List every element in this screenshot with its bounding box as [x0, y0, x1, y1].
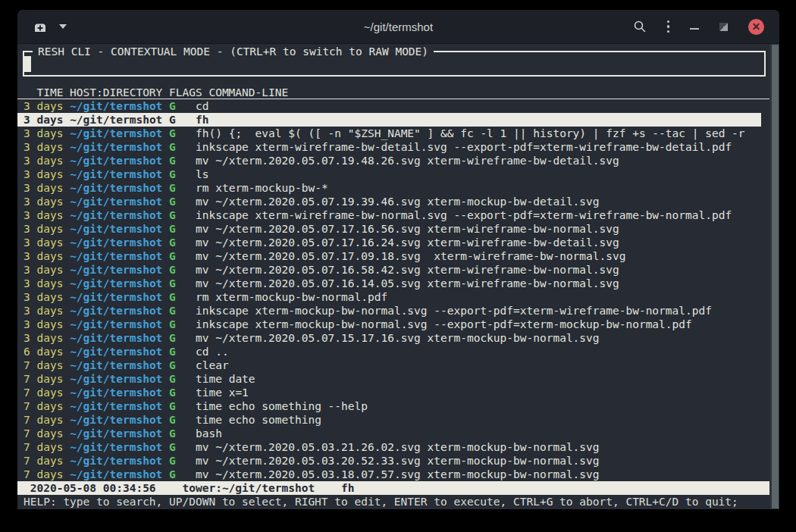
row-flags: G — [169, 114, 176, 126]
history-row[interactable]: 7 days ~/git/termshot G clear — [17, 358, 769, 372]
minimize-button[interactable] — [690, 28, 699, 30]
history-row[interactable]: 3 days ~/git/termshot G inkscape xterm-m… — [17, 304, 769, 318]
history-row[interactable]: 7 days ~/git/termshot G time echo someth… — [17, 399, 769, 413]
history-row[interactable]: 3 days ~/git/termshot G mv ~/xterm.2020.… — [17, 236, 769, 249]
history-row[interactable]: 3 days ~/git/termshot G mv ~/xterm.2020.… — [17, 249, 769, 263]
row-flags: G — [169, 209, 176, 221]
history-row[interactable]: 3 days ~/git/termshot G rm xterm-mockup-… — [17, 181, 769, 195]
row-time: 3 days — [24, 250, 63, 262]
history-row[interactable]: 3 days ~/git/termshot G ls — [17, 167, 769, 181]
row-command: inkscape xterm-wireframe-bw-normal.svg -… — [196, 209, 732, 221]
history-row[interactable]: 3 days ~/git/termshot G inkscape xterm-w… — [17, 208, 769, 222]
row-directory: ~/git/termshot — [70, 264, 162, 276]
history-row[interactable]: 3 days ~/git/termshot G inkscape xterm-w… — [17, 140, 769, 154]
row-time: 3 days — [24, 209, 63, 221]
row-flags: G — [169, 100, 176, 112]
history-row[interactable]: 3 days ~/git/termshot G mv ~/xterm.2020.… — [17, 222, 769, 236]
row-time: 6 days — [24, 346, 63, 358]
row-time: 7 days — [24, 359, 63, 371]
row-time: 3 days — [24, 168, 63, 180]
row-flags: G — [169, 127, 176, 139]
tab-dropdown-icon[interactable] — [59, 24, 67, 29]
history-row[interactable]: 3 days ~/git/termshot G mv ~/xterm.2020.… — [17, 277, 769, 290]
row-directory: ~/git/termshot — [70, 209, 162, 221]
history-row[interactable]: 7 days ~/git/termshot G mv ~/xterm.2020.… — [17, 454, 769, 468]
row-flags: G — [169, 305, 176, 317]
history-row[interactable]: 7 days ~/git/termshot G time x=1 — [17, 386, 769, 399]
row-flags: G — [169, 264, 176, 276]
row-command: cd — [196, 100, 208, 112]
row-time: 7 days — [24, 468, 63, 480]
row-flags: G — [169, 141, 176, 153]
row-command: time echo something --help — [196, 400, 368, 412]
row-flags: G — [169, 196, 176, 208]
scrollbar[interactable] — [769, 44, 779, 509]
titlebar[interactable]: ~/git/termshot — [17, 10, 779, 44]
history-row[interactable]: 3 days ~/git/termshot G fh — [17, 113, 761, 127]
history-row[interactable]: 3 days ~/git/termshot G mv ~/xterm.2020.… — [17, 195, 769, 208]
history-row[interactable]: 7 days ~/git/termshot G mv ~/xterm.2020.… — [17, 440, 769, 454]
row-command: mv ~/xterm.2020.05.03.20.52.33.svg xterm… — [196, 455, 600, 467]
row-flags: G — [169, 359, 176, 371]
history-row[interactable]: 3 days ~/git/termshot G rm xterm-mockup-… — [17, 290, 769, 304]
row-time: 3 days — [24, 236, 63, 249]
row-time: 3 days — [24, 100, 63, 112]
close-button[interactable] — [748, 19, 764, 35]
row-time: 3 days — [24, 114, 63, 126]
row-flags: G — [169, 168, 176, 180]
row-time: 3 days — [24, 277, 63, 289]
row-flags: G — [169, 182, 176, 194]
history-row[interactable]: 3 days ~/git/termshot G mv ~/xterm.2020.… — [17, 263, 769, 277]
row-directory: ~/git/termshot — [70, 455, 162, 467]
row-command: mv ~/xterm.2020.05.07.15.17.16.svg xterm… — [196, 332, 600, 344]
row-flags: G — [169, 318, 176, 330]
row-directory: ~/git/termshot — [70, 291, 162, 303]
row-time: 3 days — [24, 305, 63, 317]
history-row[interactable]: 3 days ~/git/termshot G mv ~/xterm.2020.… — [17, 331, 769, 345]
history-row[interactable]: 7 days ~/git/termshot G mv ~/xterm.2020.… — [17, 468, 769, 481]
row-command: inkscape xterm-wireframe-bw-detail.svg -… — [196, 141, 732, 153]
mode-title: RESH CLI - CONTEXTUAL MODE - (CTRL+R to … — [33, 45, 434, 58]
history-row[interactable]: 7 days ~/git/termshot G bash — [17, 427, 769, 440]
row-directory: ~/git/termshot — [70, 277, 162, 289]
history-row[interactable]: 3 days ~/git/termshot G mv ~/xterm.2020.… — [17, 154, 769, 167]
row-command: fh() {; eval $( ([ -n "$ZSH_NAME" ] && f… — [196, 127, 745, 139]
row-flags: G — [169, 223, 176, 235]
history-row[interactable]: 3 days ~/git/termshot G inkscape xterm-m… — [17, 318, 769, 331]
history-row[interactable]: 3 days ~/git/termshot G fh() {; eval $( … — [17, 127, 769, 140]
row-flags: G — [169, 346, 176, 358]
status-bar: 2020-05-08 00:34:56 tower:~/git/termshot… — [17, 481, 769, 495]
terminal-screen[interactable]: RESH CLI - CONTEXTUAL MODE - (CTRL+R to … — [17, 44, 779, 509]
row-directory: ~/git/termshot — [70, 127, 162, 139]
row-command: time echo something — [196, 414, 321, 426]
terminal-window: ~/git/termshot RESH CLI - CONTEXTUAL MOD… — [17, 10, 779, 509]
row-command: mv ~/xterm.2020.05.07.16.58.42.svg xterm… — [196, 264, 619, 276]
history-row[interactable]: 7 days ~/git/termshot G time echo someth… — [17, 413, 769, 427]
row-time: 3 days — [24, 155, 63, 167]
row-time: 7 days — [24, 455, 63, 467]
row-flags: G — [169, 414, 176, 426]
row-command: rm xterm-mockup-bw-normal.pdf — [196, 291, 387, 303]
restore-button[interactable] — [719, 23, 728, 31]
row-directory: ~/git/termshot — [70, 318, 162, 330]
row-directory: ~/git/termshot — [70, 400, 162, 412]
row-command: time date — [196, 373, 255, 385]
history-row[interactable]: 6 days ~/git/termshot G cd .. — [17, 345, 769, 358]
new-tab-button[interactable] — [33, 20, 48, 33]
menu-kebab-icon[interactable] — [667, 19, 670, 34]
row-directory: ~/git/termshot — [70, 386, 162, 399]
row-time: 7 days — [24, 373, 63, 385]
row-directory: ~/git/termshot — [70, 373, 162, 385]
row-command: mv ~/xterm.2020.05.07.16.14.05.svg xterm… — [196, 277, 619, 289]
row-command: mv ~/xterm.2020.05.07.17.16.56.svg xterm… — [196, 223, 619, 235]
row-directory: ~/git/termshot — [70, 250, 162, 262]
new-tab-icon — [33, 20, 48, 33]
scrollbar-thumb[interactable] — [772, 45, 779, 509]
history-row[interactable]: 7 days ~/git/termshot G time date — [17, 372, 769, 386]
search-button[interactable] — [633, 20, 647, 33]
search-input-box[interactable]: RESH CLI - CONTEXTUAL MODE - (CTRL+R to … — [23, 51, 766, 77]
row-time: 7 days — [24, 441, 63, 453]
row-command: mv ~/xterm.2020.05.03.21.26.02.svg xterm… — [196, 441, 600, 453]
history-row[interactable]: 3 days ~/git/termshot G cd — [17, 99, 769, 113]
row-directory: ~/git/termshot — [70, 141, 162, 153]
